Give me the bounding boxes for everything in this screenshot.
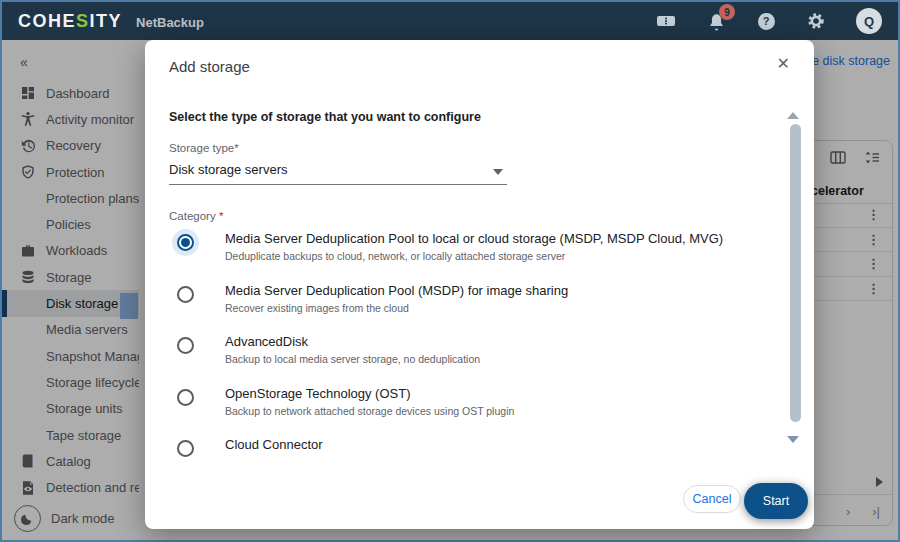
app-window: COHESITY NetBackup 9 ? Q « Dashboard bbox=[0, 0, 900, 542]
option-label: AdvancedDisk bbox=[225, 334, 308, 349]
dialog-instruction: Select the type of storage that you want… bbox=[169, 110, 481, 124]
option-description: Backup to network attached storage devic… bbox=[225, 405, 514, 417]
option-label: Media Server Deduplication Pool to local… bbox=[225, 231, 723, 246]
cancel-button[interactable]: Cancel bbox=[683, 485, 741, 513]
chevron-down-icon bbox=[493, 169, 503, 175]
radio-selected-icon[interactable] bbox=[172, 229, 199, 256]
settings-gear-icon[interactable] bbox=[806, 11, 826, 31]
scroll-down-icon[interactable] bbox=[787, 436, 799, 443]
header-actions: 9 ? Q bbox=[656, 8, 882, 34]
storage-type-value: Disk storage servers bbox=[169, 162, 287, 177]
storage-type-select[interactable]: Disk storage servers bbox=[169, 159, 507, 185]
notification-badge: 9 bbox=[719, 4, 735, 20]
help-glyph: ? bbox=[758, 13, 775, 30]
category-label: Category * bbox=[169, 210, 223, 222]
dialog-scrollbar-thumb[interactable] bbox=[790, 124, 801, 422]
option-label: Cloud Connector bbox=[225, 437, 323, 452]
radio-icon[interactable] bbox=[172, 332, 199, 359]
radio-icon[interactable] bbox=[172, 384, 199, 411]
category-options: Media Server Deduplication Pool to local… bbox=[169, 228, 774, 460]
product-name: NetBackup bbox=[136, 15, 204, 30]
required-asterisk: * bbox=[219, 210, 223, 222]
brand-cohe: COHE bbox=[18, 11, 76, 31]
radio-option-advanceddisk[interactable]: AdvancedDisk Backup to local media serve… bbox=[169, 331, 774, 383]
radio-icon[interactable] bbox=[172, 281, 199, 308]
dialog-title: Add storage bbox=[169, 58, 250, 75]
brand-ity: ITY bbox=[90, 11, 123, 31]
radio-option-msdp[interactable]: Media Server Deduplication Pool to local… bbox=[169, 228, 774, 280]
add-storage-dialog: Add storage ✕ Select the type of storage… bbox=[145, 40, 814, 529]
brand-green-s: S bbox=[76, 11, 90, 31]
radio-option-cloud-connector[interactable]: Cloud Connector bbox=[169, 434, 774, 460]
radio-option-msdp-image-sharing[interactable]: Media Server Deduplication Pool (MSDP) f… bbox=[169, 280, 774, 332]
help-icon[interactable]: ? bbox=[756, 11, 776, 31]
brand-text: COHESITY bbox=[18, 11, 122, 32]
option-description: Backup to local media server storage, no… bbox=[225, 353, 480, 365]
category-label-text: Category bbox=[169, 210, 216, 222]
option-description: Deduplicate backups to cloud, network, o… bbox=[225, 250, 565, 262]
radio-option-ost[interactable]: OpenStorage Technology (OST) Backup to n… bbox=[169, 383, 774, 435]
scroll-up-icon[interactable] bbox=[787, 112, 799, 119]
user-avatar[interactable]: Q bbox=[856, 8, 882, 34]
option-label: Media Server Deduplication Pool (MSDP) f… bbox=[225, 283, 568, 298]
app-header: COHESITY NetBackup 9 ? Q bbox=[2, 2, 898, 40]
radio-icon[interactable] bbox=[172, 435, 199, 460]
storage-type-label: Storage type* bbox=[169, 142, 239, 154]
start-button[interactable]: Start bbox=[744, 483, 808, 519]
close-icon[interactable]: ✕ bbox=[777, 56, 790, 72]
cohesity-netbackup-logo: COHESITY NetBackup bbox=[18, 11, 204, 32]
option-description: Recover existing images from the cloud bbox=[225, 302, 409, 314]
option-label: OpenStorage Technology (OST) bbox=[225, 386, 410, 401]
ticket-icon[interactable] bbox=[656, 11, 676, 31]
notifications-bell-icon[interactable]: 9 bbox=[706, 11, 726, 31]
